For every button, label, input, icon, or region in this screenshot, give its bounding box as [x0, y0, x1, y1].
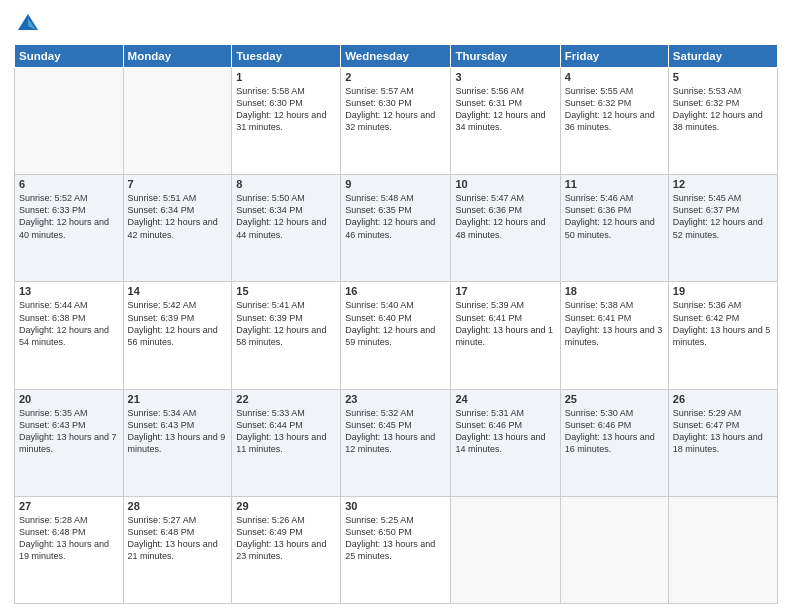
- day-number: 28: [128, 500, 228, 512]
- day-number: 20: [19, 393, 119, 405]
- col-header-monday: Monday: [123, 45, 232, 68]
- day-cell: 22Sunrise: 5:33 AM Sunset: 6:44 PM Dayli…: [232, 389, 341, 496]
- week-row-1: 1Sunrise: 5:58 AM Sunset: 6:30 PM Daylig…: [15, 68, 778, 175]
- day-info: Sunrise: 5:55 AM Sunset: 6:32 PM Dayligh…: [565, 85, 664, 134]
- day-info: Sunrise: 5:38 AM Sunset: 6:41 PM Dayligh…: [565, 299, 664, 348]
- day-cell: [123, 68, 232, 175]
- day-number: 2: [345, 71, 446, 83]
- day-cell: 10Sunrise: 5:47 AM Sunset: 6:36 PM Dayli…: [451, 175, 560, 282]
- week-row-2: 6Sunrise: 5:52 AM Sunset: 6:33 PM Daylig…: [15, 175, 778, 282]
- col-header-sunday: Sunday: [15, 45, 124, 68]
- day-info: Sunrise: 5:36 AM Sunset: 6:42 PM Dayligh…: [673, 299, 773, 348]
- day-number: 14: [128, 285, 228, 297]
- day-info: Sunrise: 5:45 AM Sunset: 6:37 PM Dayligh…: [673, 192, 773, 241]
- day-cell: 27Sunrise: 5:28 AM Sunset: 6:48 PM Dayli…: [15, 496, 124, 603]
- day-info: Sunrise: 5:39 AM Sunset: 6:41 PM Dayligh…: [455, 299, 555, 348]
- header-row: SundayMondayTuesdayWednesdayThursdayFrid…: [15, 45, 778, 68]
- day-number: 6: [19, 178, 119, 190]
- day-info: Sunrise: 5:31 AM Sunset: 6:46 PM Dayligh…: [455, 407, 555, 456]
- col-header-wednesday: Wednesday: [341, 45, 451, 68]
- day-info: Sunrise: 5:42 AM Sunset: 6:39 PM Dayligh…: [128, 299, 228, 348]
- day-number: 30: [345, 500, 446, 512]
- day-info: Sunrise: 5:41 AM Sunset: 6:39 PM Dayligh…: [236, 299, 336, 348]
- day-cell: 28Sunrise: 5:27 AM Sunset: 6:48 PM Dayli…: [123, 496, 232, 603]
- logo-icon: [14, 10, 42, 38]
- day-info: Sunrise: 5:40 AM Sunset: 6:40 PM Dayligh…: [345, 299, 446, 348]
- day-cell: 7Sunrise: 5:51 AM Sunset: 6:34 PM Daylig…: [123, 175, 232, 282]
- day-number: 21: [128, 393, 228, 405]
- day-cell: 6Sunrise: 5:52 AM Sunset: 6:33 PM Daylig…: [15, 175, 124, 282]
- day-number: 3: [455, 71, 555, 83]
- day-info: Sunrise: 5:33 AM Sunset: 6:44 PM Dayligh…: [236, 407, 336, 456]
- day-number: 29: [236, 500, 336, 512]
- day-cell: 24Sunrise: 5:31 AM Sunset: 6:46 PM Dayli…: [451, 389, 560, 496]
- day-cell: 29Sunrise: 5:26 AM Sunset: 6:49 PM Dayli…: [232, 496, 341, 603]
- day-number: 27: [19, 500, 119, 512]
- day-cell: [560, 496, 668, 603]
- day-number: 10: [455, 178, 555, 190]
- col-header-thursday: Thursday: [451, 45, 560, 68]
- day-info: Sunrise: 5:29 AM Sunset: 6:47 PM Dayligh…: [673, 407, 773, 456]
- day-cell: 12Sunrise: 5:45 AM Sunset: 6:37 PM Dayli…: [668, 175, 777, 282]
- day-info: Sunrise: 5:27 AM Sunset: 6:48 PM Dayligh…: [128, 514, 228, 563]
- day-cell: 26Sunrise: 5:29 AM Sunset: 6:47 PM Dayli…: [668, 389, 777, 496]
- day-number: 12: [673, 178, 773, 190]
- col-header-tuesday: Tuesday: [232, 45, 341, 68]
- day-cell: 2Sunrise: 5:57 AM Sunset: 6:30 PM Daylig…: [341, 68, 451, 175]
- day-number: 16: [345, 285, 446, 297]
- day-number: 15: [236, 285, 336, 297]
- day-number: 9: [345, 178, 446, 190]
- day-info: Sunrise: 5:35 AM Sunset: 6:43 PM Dayligh…: [19, 407, 119, 456]
- day-cell: 19Sunrise: 5:36 AM Sunset: 6:42 PM Dayli…: [668, 282, 777, 389]
- day-number: 24: [455, 393, 555, 405]
- day-cell: 25Sunrise: 5:30 AM Sunset: 6:46 PM Dayli…: [560, 389, 668, 496]
- day-number: 26: [673, 393, 773, 405]
- day-cell: 18Sunrise: 5:38 AM Sunset: 6:41 PM Dayli…: [560, 282, 668, 389]
- day-cell: 15Sunrise: 5:41 AM Sunset: 6:39 PM Dayli…: [232, 282, 341, 389]
- day-info: Sunrise: 5:44 AM Sunset: 6:38 PM Dayligh…: [19, 299, 119, 348]
- day-cell: 23Sunrise: 5:32 AM Sunset: 6:45 PM Dayli…: [341, 389, 451, 496]
- day-cell: 3Sunrise: 5:56 AM Sunset: 6:31 PM Daylig…: [451, 68, 560, 175]
- day-info: Sunrise: 5:51 AM Sunset: 6:34 PM Dayligh…: [128, 192, 228, 241]
- day-cell: 21Sunrise: 5:34 AM Sunset: 6:43 PM Dayli…: [123, 389, 232, 496]
- calendar-table: SundayMondayTuesdayWednesdayThursdayFrid…: [14, 44, 778, 604]
- day-cell: 17Sunrise: 5:39 AM Sunset: 6:41 PM Dayli…: [451, 282, 560, 389]
- day-cell: 13Sunrise: 5:44 AM Sunset: 6:38 PM Dayli…: [15, 282, 124, 389]
- week-row-3: 13Sunrise: 5:44 AM Sunset: 6:38 PM Dayli…: [15, 282, 778, 389]
- day-cell: 16Sunrise: 5:40 AM Sunset: 6:40 PM Dayli…: [341, 282, 451, 389]
- day-info: Sunrise: 5:58 AM Sunset: 6:30 PM Dayligh…: [236, 85, 336, 134]
- day-info: Sunrise: 5:30 AM Sunset: 6:46 PM Dayligh…: [565, 407, 664, 456]
- page: SundayMondayTuesdayWednesdayThursdayFrid…: [0, 0, 792, 612]
- day-info: Sunrise: 5:25 AM Sunset: 6:50 PM Dayligh…: [345, 514, 446, 563]
- day-info: Sunrise: 5:32 AM Sunset: 6:45 PM Dayligh…: [345, 407, 446, 456]
- day-number: 4: [565, 71, 664, 83]
- day-info: Sunrise: 5:34 AM Sunset: 6:43 PM Dayligh…: [128, 407, 228, 456]
- day-info: Sunrise: 5:50 AM Sunset: 6:34 PM Dayligh…: [236, 192, 336, 241]
- day-number: 5: [673, 71, 773, 83]
- day-cell: [15, 68, 124, 175]
- col-header-saturday: Saturday: [668, 45, 777, 68]
- day-cell: 1Sunrise: 5:58 AM Sunset: 6:30 PM Daylig…: [232, 68, 341, 175]
- day-info: Sunrise: 5:48 AM Sunset: 6:35 PM Dayligh…: [345, 192, 446, 241]
- day-cell: 8Sunrise: 5:50 AM Sunset: 6:34 PM Daylig…: [232, 175, 341, 282]
- day-cell: [668, 496, 777, 603]
- day-cell: 20Sunrise: 5:35 AM Sunset: 6:43 PM Dayli…: [15, 389, 124, 496]
- day-number: 1: [236, 71, 336, 83]
- day-info: Sunrise: 5:28 AM Sunset: 6:48 PM Dayligh…: [19, 514, 119, 563]
- day-number: 7: [128, 178, 228, 190]
- day-info: Sunrise: 5:53 AM Sunset: 6:32 PM Dayligh…: [673, 85, 773, 134]
- day-cell: 5Sunrise: 5:53 AM Sunset: 6:32 PM Daylig…: [668, 68, 777, 175]
- day-number: 13: [19, 285, 119, 297]
- day-cell: 11Sunrise: 5:46 AM Sunset: 6:36 PM Dayli…: [560, 175, 668, 282]
- day-number: 8: [236, 178, 336, 190]
- day-info: Sunrise: 5:57 AM Sunset: 6:30 PM Dayligh…: [345, 85, 446, 134]
- day-number: 17: [455, 285, 555, 297]
- day-cell: 4Sunrise: 5:55 AM Sunset: 6:32 PM Daylig…: [560, 68, 668, 175]
- day-cell: 9Sunrise: 5:48 AM Sunset: 6:35 PM Daylig…: [341, 175, 451, 282]
- day-info: Sunrise: 5:26 AM Sunset: 6:49 PM Dayligh…: [236, 514, 336, 563]
- col-header-friday: Friday: [560, 45, 668, 68]
- day-cell: 14Sunrise: 5:42 AM Sunset: 6:39 PM Dayli…: [123, 282, 232, 389]
- week-row-4: 20Sunrise: 5:35 AM Sunset: 6:43 PM Dayli…: [15, 389, 778, 496]
- day-info: Sunrise: 5:52 AM Sunset: 6:33 PM Dayligh…: [19, 192, 119, 241]
- day-number: 19: [673, 285, 773, 297]
